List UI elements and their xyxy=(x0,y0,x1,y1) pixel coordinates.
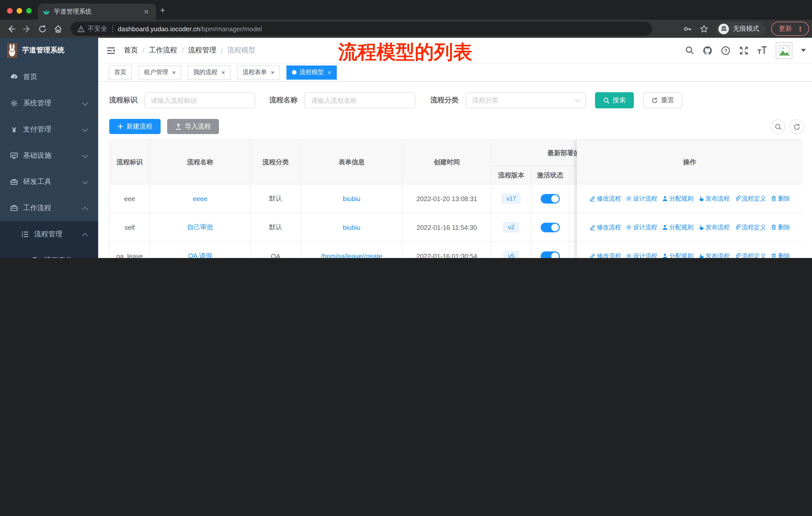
help-icon[interactable]: ? xyxy=(721,46,730,55)
new-tab-button[interactable]: + xyxy=(160,6,165,15)
reset-button[interactable]: 重置 xyxy=(643,92,682,108)
action-delete[interactable]: 删除 xyxy=(771,194,790,203)
app-logo[interactable]: 芋道管理系统 xyxy=(0,38,98,63)
tag-view[interactable]: 首页 xyxy=(109,65,132,79)
breadcrumb-current: 流程模型 xyxy=(227,46,256,55)
process-id-input[interactable] xyxy=(144,92,255,108)
action-publish-hand[interactable]: 发布流程 xyxy=(698,223,730,232)
category-select[interactable]: 流程分类 xyxy=(466,92,586,108)
process-name-input[interactable] xyxy=(304,92,415,108)
window-controls[interactable] xyxy=(7,8,32,13)
action-definition-clip[interactable]: 流程定义 xyxy=(734,223,766,232)
browser-menu-icon[interactable]: ⋮ xyxy=(797,25,804,32)
tab-close-icon[interactable]: ✕ xyxy=(141,8,151,16)
action-publish-hand[interactable]: 发布流程 xyxy=(698,252,730,258)
back-icon[interactable] xyxy=(7,24,16,33)
sidebar-item-gear[interactable]: 系统管理 xyxy=(0,90,98,116)
active-toggle[interactable] xyxy=(541,222,560,232)
refresh-icon xyxy=(651,97,658,104)
sidebar-item-dashboard[interactable]: 首页 xyxy=(0,64,98,90)
action-publish-hand[interactable]: 发布流程 xyxy=(698,194,730,203)
action-design-gear[interactable]: 设计流程 xyxy=(626,223,657,232)
publish-hand-icon xyxy=(698,195,704,201)
assign-user-icon xyxy=(662,224,668,230)
action-assign-user[interactable]: 分配规则 xyxy=(662,223,693,232)
process-name-link[interactable]: 自己审批 xyxy=(187,223,213,232)
tag-view[interactable]: 流程表单× xyxy=(237,65,280,79)
form-info-link[interactable]: biubiu xyxy=(343,223,360,231)
active-toggle[interactable] xyxy=(541,251,560,258)
incognito-badge: 无痕模式 xyxy=(716,22,765,36)
chevron-down-icon xyxy=(82,153,88,158)
breadcrumb-process-manage[interactable]: 流程管理 xyxy=(188,46,216,55)
definition-clip-icon xyxy=(734,195,740,201)
browser-tab[interactable]: 芋道管理系统 ✕ xyxy=(38,3,156,20)
create-process-button[interactable]: 新建流程 xyxy=(109,119,161,134)
search-icon[interactable] xyxy=(685,46,694,55)
main-area: 首页/ 工作流程/ 流程管理/ 流程模型 流程模型的列表 ? xyxy=(98,38,812,258)
avatar[interactable] xyxy=(776,42,792,59)
sidebar-item-monitor[interactable]: 基础设施 xyxy=(0,143,98,169)
close-icon[interactable]: × xyxy=(222,69,225,76)
navbar: 首页/ 工作流程/ 流程管理/ 流程模型 流程模型的列表 ? xyxy=(98,38,812,63)
avatar-caret-icon[interactable] xyxy=(801,49,806,52)
version-tag: v2 xyxy=(503,222,519,232)
import-process-button[interactable]: 导入流程 xyxy=(167,119,219,134)
tag-view[interactable]: 我的流程× xyxy=(188,65,231,79)
form-info-link[interactable]: /bpm/oa/leave/create xyxy=(321,252,382,258)
cell-process-id: self xyxy=(110,213,150,242)
assign-user-icon xyxy=(662,195,668,201)
action-edit[interactable]: 修改流程 xyxy=(589,252,621,258)
password-key-icon[interactable] xyxy=(683,24,692,33)
form-info-link[interactable]: biubiu xyxy=(343,195,360,202)
sidebar-item-toolbox[interactable]: 研发工具 xyxy=(0,169,98,195)
design-gear-icon xyxy=(626,195,632,201)
process-name-link[interactable]: OA 请假 xyxy=(188,251,212,258)
action-definition-clip[interactable]: 流程定义 xyxy=(734,194,766,203)
minimize-window-button[interactable] xyxy=(17,8,22,13)
sidebar-item-briefcase[interactable]: 工作流程 xyxy=(0,195,98,221)
close-window-button[interactable] xyxy=(7,8,12,13)
sidebar-item-form[interactable]: 流程表单 xyxy=(0,247,98,258)
hamburger-icon[interactable] xyxy=(107,47,115,54)
bookmark-star-icon[interactable] xyxy=(700,24,708,33)
maximize-window-button[interactable] xyxy=(26,8,32,13)
refresh-table-button[interactable] xyxy=(789,119,804,134)
process-name-link[interactable]: eeee xyxy=(193,195,207,202)
action-design-gear[interactable]: 设计流程 xyxy=(626,252,657,258)
active-toggle[interactable] xyxy=(541,194,560,203)
action-delete[interactable]: 删除 xyxy=(771,252,790,258)
show-search-button[interactable] xyxy=(771,119,785,134)
tag-view[interactable]: 流程模型× xyxy=(286,65,337,79)
header-created: 创建时间 xyxy=(403,140,491,184)
fullscreen-icon[interactable] xyxy=(739,46,749,55)
sidebar-item-list[interactable]: 流程管理 xyxy=(0,221,98,247)
address-bar[interactable]: 不安全 dashboard.yudao.iocoder.cn/bpm/manag… xyxy=(70,22,652,36)
sidebar-item-yen[interactable]: ¥支付管理 xyxy=(0,116,98,143)
tag-view[interactable]: 租户管理× xyxy=(139,65,181,79)
reload-icon[interactable] xyxy=(38,24,47,33)
action-delete[interactable]: 删除 xyxy=(771,223,790,232)
github-icon[interactable] xyxy=(703,46,712,55)
security-label[interactable]: 不安全 xyxy=(88,24,107,33)
close-icon[interactable]: × xyxy=(172,69,176,76)
close-icon[interactable]: × xyxy=(271,69,274,76)
edit-icon xyxy=(589,253,595,258)
close-icon[interactable]: × xyxy=(328,69,331,76)
browser-update-button[interactable]: 更新 ⋮ xyxy=(771,22,809,36)
action-assign-user[interactable]: 分配规则 xyxy=(662,252,693,258)
search-button[interactable]: 搜索 xyxy=(595,92,634,108)
action-design-gear[interactable]: 设计流程 xyxy=(626,194,657,203)
action-edit[interactable]: 修改流程 xyxy=(589,194,621,203)
action-edit[interactable]: 修改流程 xyxy=(589,223,621,232)
breadcrumb-home[interactable]: 首页 xyxy=(124,46,138,55)
font-size-icon[interactable] xyxy=(757,46,767,55)
forward-icon[interactable] xyxy=(23,24,31,33)
cell-category: OA xyxy=(251,242,301,258)
breadcrumb-workflow[interactable]: 工作流程 xyxy=(149,46,177,55)
form-icon xyxy=(31,256,39,258)
home-icon[interactable] xyxy=(54,24,62,33)
action-assign-user[interactable]: 分配规则 xyxy=(662,194,693,203)
chevron-up-icon xyxy=(82,207,88,213)
action-definition-clip[interactable]: 流程定义 xyxy=(734,252,766,258)
